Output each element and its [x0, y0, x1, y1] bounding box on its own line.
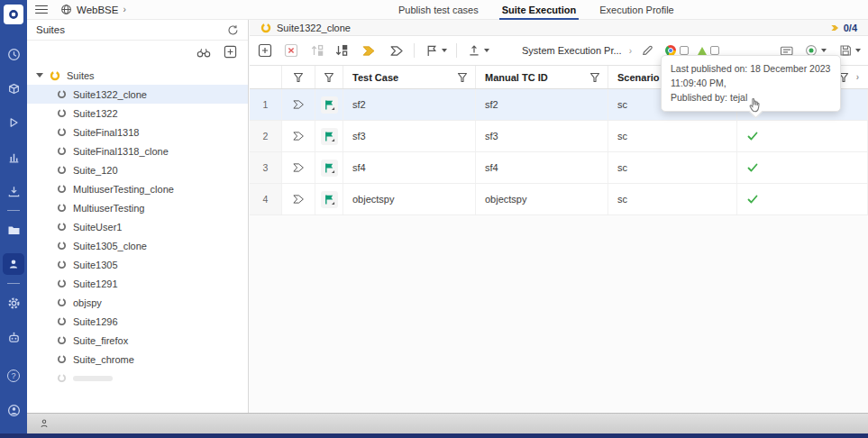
scenario-cell[interactable]: sc: [608, 121, 737, 151]
status-cell[interactable]: [737, 121, 868, 151]
manual-tc-id-cell[interactable]: sf4: [476, 152, 608, 183]
run-test-icon[interactable]: [282, 89, 315, 120]
reports-icon[interactable]: [0, 140, 27, 174]
execution-profile-label[interactable]: System Execution Pr...: [522, 45, 622, 56]
tree-item[interactable]: MultiuserTesting_clone: [27, 179, 248, 198]
test-case-cell[interactable]: sf2: [343, 89, 476, 120]
edit-profile-pencil-icon[interactable]: [639, 43, 654, 59]
add-test-case-button[interactable]: [257, 43, 272, 59]
breadcrumb[interactable]: WebBSE ›: [60, 4, 126, 15]
tree-item[interactable]: Suite1296: [27, 312, 248, 331]
manual-tc-id-cell[interactable]: sf3: [476, 121, 608, 151]
tree-item[interactable]: SuiteFinal1318_clone: [27, 141, 248, 160]
test-case-cell[interactable]: sf4: [343, 152, 476, 183]
test-case-cell[interactable]: objectspy: [343, 184, 476, 214]
flag-cell[interactable]: [315, 121, 343, 151]
expand-caret-icon[interactable]: [36, 73, 43, 78]
search-binoculars-icon[interactable]: [196, 47, 211, 58]
chrome-checkbox[interactable]: [680, 46, 689, 55]
run-icon[interactable]: [0, 105, 27, 140]
move-down-button[interactable]: [333, 43, 349, 59]
export-button[interactable]: [466, 43, 481, 59]
run-all-button[interactable]: [389, 43, 405, 59]
passed-check-icon: [746, 130, 759, 142]
tree-item[interactable]: Suite1305_clone: [27, 236, 248, 255]
tree-item[interactable]: Suite1322_clone: [27, 85, 248, 104]
flag-cell[interactable]: [315, 184, 343, 214]
package-icon[interactable]: [0, 71, 27, 105]
remove-test-case-button[interactable]: [283, 43, 298, 59]
suite-icon: [57, 278, 67, 288]
status-cell[interactable]: [737, 152, 868, 183]
app-logo-icon[interactable]: [4, 5, 23, 24]
account-icon[interactable]: [0, 393, 27, 427]
hamburger-menu-icon[interactable]: [35, 3, 48, 16]
tree-item[interactable]: Suite_chrome: [27, 350, 248, 369]
suite-tab-label[interactable]: Suite1322_clone: [277, 23, 351, 33]
tree-item[interactable]: objspy: [27, 293, 248, 312]
tree-item[interactable]: SuiteUser1: [27, 217, 248, 236]
status-cell[interactable]: [737, 184, 868, 214]
bot-icon[interactable]: [0, 320, 27, 354]
settings-gear-icon[interactable]: [0, 286, 27, 320]
manual-tc-id-cell[interactable]: objectspy: [476, 184, 608, 214]
tab-suite-execution[interactable]: Suite Execution: [502, 0, 577, 20]
flag-cell[interactable]: [315, 152, 343, 183]
tree-item-truncated[interactable]: [27, 369, 248, 388]
table-row[interactable]: 3 sf4 sf4 sc: [250, 152, 868, 184]
column-header-test-case[interactable]: Test Case: [343, 66, 476, 88]
folders-icon[interactable]: [0, 213, 27, 247]
filter-icon[interactable]: [457, 72, 468, 83]
suite-icon: [57, 222, 67, 232]
run-selected-button[interactable]: [361, 43, 377, 59]
suites-tree: Suites Suite1322_clone Suite1322 SuiteFi…: [27, 63, 248, 388]
tree-item[interactable]: SuiteFinal1318: [27, 123, 248, 141]
bottom-accent-strip: [0, 433, 868, 438]
tree-item[interactable]: Suite_120: [27, 160, 248, 179]
tab-publish-test-cases[interactable]: Publish test cases: [398, 0, 479, 20]
test-case-cell[interactable]: sf3: [343, 121, 476, 151]
spark-checkbox[interactable]: [710, 46, 719, 55]
scenario-cell[interactable]: sc: [608, 152, 737, 183]
move-up-button[interactable]: [309, 43, 324, 59]
rail-divider: [7, 210, 20, 211]
tree-item[interactable]: Suite_firefox: [27, 331, 248, 350]
table-row[interactable]: 2 sf3 sf3 sc: [250, 121, 868, 152]
profile-chevron-icon[interactable]: ›: [629, 46, 632, 56]
run-column-filter[interactable]: [282, 66, 315, 88]
tab-execution-profile[interactable]: Execution Profile: [599, 0, 674, 20]
execution-status-caret-icon[interactable]: [821, 49, 827, 52]
rail-divider: [7, 283, 20, 284]
column-header-manual-tc-id[interactable]: Manual TC ID: [476, 66, 608, 88]
help-icon[interactable]: ?: [0, 359, 27, 393]
tree-item[interactable]: Suite1291: [27, 274, 248, 293]
suite-icon: [57, 146, 67, 156]
users-icon-active[interactable]: [0, 247, 27, 281]
tree-item[interactable]: Suite1305: [27, 255, 248, 274]
suite-tab-icon: [260, 23, 271, 33]
flag-cell[interactable]: [315, 89, 343, 120]
run-test-icon[interactable]: [282, 152, 315, 183]
manual-tc-id-cell[interactable]: sf2: [476, 89, 608, 120]
scroll-right-chevron-icon[interactable]: ›: [856, 72, 859, 82]
flag-menu-caret-icon[interactable]: [442, 49, 447, 52]
filter-icon[interactable]: [589, 72, 600, 83]
save-caret-icon[interactable]: [855, 49, 861, 52]
add-suite-button[interactable]: [224, 45, 237, 59]
export-caret-icon[interactable]: [484, 49, 489, 52]
table-row[interactable]: 4 objectspy objectspy sc: [250, 184, 868, 215]
flag-column-filter[interactable]: [315, 66, 343, 88]
flag-menu-button[interactable]: [424, 43, 439, 59]
scenario-cell[interactable]: sc: [608, 184, 737, 214]
tree-item[interactable]: MultiuserTesting: [27, 198, 248, 217]
tree-root-suites[interactable]: Suites: [27, 66, 248, 85]
history-icon[interactable]: [0, 37, 27, 71]
run-test-icon[interactable]: [282, 121, 315, 151]
tree-item[interactable]: Suite1322: [27, 104, 248, 123]
import-icon[interactable]: [0, 174, 27, 208]
suite-icon: [57, 203, 67, 213]
run-test-icon[interactable]: [282, 184, 315, 214]
spark-browser-icon[interactable]: [698, 47, 707, 55]
refresh-icon[interactable]: [227, 24, 239, 36]
flag-icon: [324, 194, 335, 205]
